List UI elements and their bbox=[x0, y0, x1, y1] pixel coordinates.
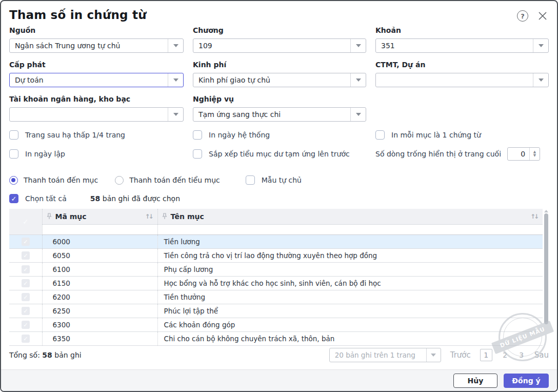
option-mau-tu-chu[interactable]: Mẫu tự chủ bbox=[246, 175, 302, 185]
row-checkbox[interactable]: ✓ bbox=[22, 335, 30, 343]
filter-input-name[interactable] bbox=[157, 224, 543, 234]
tai-khoan-value bbox=[10, 108, 168, 121]
filter-input-code[interactable] bbox=[42, 224, 157, 234]
ctmt-combobox[interactable] bbox=[375, 73, 549, 87]
field-label-cap-phat: Cấp phát bbox=[9, 60, 184, 70]
table-row[interactable]: ✓ 6100 Phụ cấp lương bbox=[9, 262, 543, 276]
pin-icon[interactable] bbox=[47, 213, 52, 220]
table-row[interactable]: ✓ 6150 Học bổng và hỗ trợ khác cho học s… bbox=[9, 276, 543, 290]
pagination: 20 bản ghi trên 1 trang Trước 1 2 3 Sau bbox=[329, 348, 549, 362]
sort-icon[interactable]: ↑↓ bbox=[530, 213, 539, 220]
dialog-title: Tham số in chứng từ bbox=[9, 8, 147, 22]
close-icon[interactable] bbox=[537, 11, 548, 21]
cancel-button[interactable]: Hủy bbox=[453, 374, 497, 388]
action-bar: Hủy Đồng ý bbox=[1, 369, 557, 391]
row-checkbox[interactable]: ✓ bbox=[22, 293, 30, 301]
scrollbar-up-icon[interactable] bbox=[544, 210, 548, 212]
kinh-phi-combobox[interactable]: Kinh phí giao tự chủ bbox=[193, 73, 366, 87]
option-select-all[interactable]: ✓ Chọn tất cả bbox=[9, 193, 67, 204]
table-row[interactable]: ✓ 6350 Chi cho cán bộ không chuyên trách… bbox=[9, 331, 543, 345]
kinh-phi-value: Kinh phí giao tự chủ bbox=[193, 73, 350, 87]
field-label-kinh-phi: Kinh phí bbox=[193, 60, 366, 70]
spinner-down-icon[interactable]: ▼ bbox=[533, 154, 536, 158]
chuong-combobox[interactable]: 109 bbox=[193, 38, 366, 53]
checkbox-sort-subitem[interactable] bbox=[193, 149, 202, 159]
chuong-dropdown-arrow[interactable] bbox=[350, 39, 366, 52]
row-checkbox[interactable]: ✓ bbox=[22, 251, 30, 260]
radio-muc[interactable] bbox=[9, 176, 18, 185]
checkbox-created-date[interactable] bbox=[9, 149, 18, 159]
page-size-dropdown-arrow[interactable] bbox=[426, 348, 441, 362]
blank-lines-row: Số dòng trống hiển thị ở trang cuối 0 ▲ … bbox=[375, 147, 549, 161]
table-row[interactable]: ✓ 6200 Tiền thưởng bbox=[9, 290, 543, 304]
table-row[interactable]: ✓ 6300 Các khoản đóng góp bbox=[9, 318, 543, 331]
table-row[interactable]: ✓ 6000 Tiền lương bbox=[9, 234, 543, 248]
chevron-down-icon bbox=[356, 79, 361, 82]
option-created-date[interactable]: In ngày lập bbox=[9, 147, 184, 161]
table-footer: Tổng số: 58 bản ghi 20 bản ghi trên 1 tr… bbox=[9, 346, 549, 364]
column-header-code[interactable]: Mã mục ↑↓ bbox=[42, 209, 157, 224]
ctmt-value bbox=[376, 73, 533, 87]
field-label-chuong: Chương bbox=[193, 26, 366, 35]
row-checkbox[interactable]: ✓ bbox=[22, 279, 30, 287]
ctmt-dropdown-arrow[interactable] bbox=[533, 73, 548, 87]
cap-phat-value: Dự toán bbox=[10, 73, 168, 87]
nguon-value: Ngân sách Trung ương tự chủ bbox=[10, 39, 168, 52]
cap-phat-dropdown-arrow[interactable] bbox=[168, 73, 183, 87]
tai-khoan-dropdown-arrow[interactable] bbox=[168, 108, 183, 121]
next-page-button[interactable]: Sau bbox=[534, 350, 549, 360]
option-lower-quarter[interactable]: Trang sau hạ thấp 1/4 trang bbox=[9, 130, 184, 140]
row-checkbox[interactable]: ✓ bbox=[22, 265, 30, 273]
tai-khoan-combobox[interactable] bbox=[9, 107, 184, 122]
checkbox-each-item[interactable] bbox=[375, 130, 385, 140]
table-scrollbar[interactable] bbox=[544, 210, 549, 346]
nghiep-vu-value: Tạm ứng sang thực chi bbox=[193, 108, 350, 121]
prev-page-button[interactable]: Trước bbox=[450, 350, 471, 360]
help-icon[interactable]: ? bbox=[517, 10, 528, 22]
blank-lines-input[interactable]: 0 ▲ ▼ bbox=[507, 147, 540, 161]
page-1-button[interactable]: 1 bbox=[480, 349, 492, 361]
row-checkbox[interactable]: ✓ bbox=[22, 321, 30, 329]
nguon-dropdown-arrow[interactable] bbox=[168, 39, 183, 52]
chevron-down-icon bbox=[173, 44, 178, 47]
row-checkbox[interactable]: ✓ bbox=[22, 238, 30, 246]
nghiep-vu-combobox[interactable]: Tạm ứng sang thực chi bbox=[193, 107, 366, 122]
kinh-phi-dropdown-arrow[interactable] bbox=[350, 73, 366, 87]
table-row[interactable]: ✓ 6250 Phúc lợi tập thể bbox=[9, 304, 543, 318]
page-3-button[interactable]: 3 bbox=[518, 351, 525, 359]
nguon-combobox[interactable]: Ngân sách Trung ương tự chủ bbox=[9, 38, 184, 53]
pin-icon[interactable] bbox=[162, 213, 167, 220]
option-system-date[interactable]: In ngày hệ thống bbox=[193, 130, 366, 140]
page-2-button[interactable]: 2 bbox=[502, 351, 509, 359]
items-table-wrap: ✓ Mã mục ↑↓ bbox=[9, 209, 549, 346]
option-sort-subitem[interactable]: Sắp xếp tiểu mục dư tạm ứng lên trước bbox=[193, 147, 366, 161]
checkbox-lower-quarter[interactable] bbox=[9, 130, 18, 140]
radio-tieu-muc[interactable] bbox=[115, 176, 124, 185]
radio-option-muc[interactable]: Thanh toán đến mục bbox=[9, 176, 98, 185]
field-label-nghiep-vu: Nghiệp vụ bbox=[193, 94, 366, 104]
checkbox-mau-tu-chu[interactable] bbox=[246, 175, 255, 185]
payment-mode-row: Thanh toán đến mục Thanh toán đến tiểu m… bbox=[9, 175, 549, 185]
nghiep-vu-dropdown-arrow[interactable] bbox=[350, 108, 366, 121]
header-select-all-checkbox[interactable]: ✓ bbox=[9, 209, 42, 234]
option-each-item[interactable]: In mỗi mục là 1 chứng từ bbox=[375, 130, 549, 140]
page-size-select[interactable]: 20 bản ghi trên 1 trang bbox=[329, 348, 441, 362]
chuong-value: 109 bbox=[193, 39, 350, 52]
ok-button[interactable]: Đồng ý bbox=[504, 374, 549, 388]
field-label-nguon: Nguồn bbox=[9, 26, 184, 35]
radio-option-tieu-muc[interactable]: Thanh toán đến tiểu mục bbox=[115, 176, 220, 185]
row-checkbox[interactable]: ✓ bbox=[22, 307, 30, 315]
khoan-dropdown-arrow[interactable] bbox=[533, 39, 548, 52]
items-table: ✓ Mã mục ↑↓ bbox=[9, 209, 543, 346]
titlebar: Tham số in chứng từ ? bbox=[9, 8, 549, 22]
khoan-value: 351 bbox=[376, 39, 533, 52]
table-row[interactable]: ✓ 6050 Tiền công trả cho vị trí lao động… bbox=[9, 248, 543, 262]
cap-phat-combobox[interactable]: Dự toán bbox=[9, 73, 184, 87]
sort-icon[interactable]: ↑↓ bbox=[145, 213, 153, 220]
selected-count-text: 58 bản ghi đã được chọn bbox=[90, 194, 180, 203]
checkbox-system-date[interactable] bbox=[193, 130, 202, 140]
checkbox-select-all[interactable]: ✓ bbox=[9, 194, 18, 203]
scrollbar-thumb[interactable] bbox=[544, 213, 548, 324]
column-header-name[interactable]: Tên mục ↑↓ bbox=[157, 209, 543, 224]
khoan-combobox[interactable]: 351 bbox=[375, 38, 549, 53]
